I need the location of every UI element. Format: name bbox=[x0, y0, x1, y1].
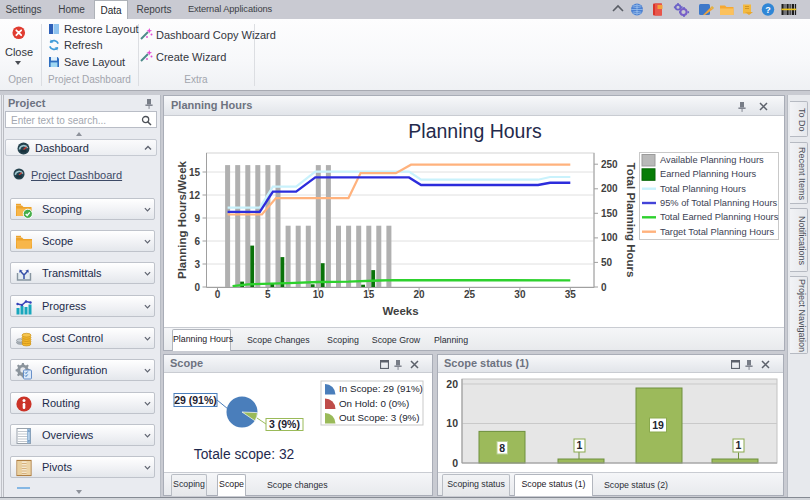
svg-text:Total Planning Hours: Total Planning Hours bbox=[625, 163, 637, 278]
svg-text:Out Scope: 3 (9%): Out Scope: 3 (9%) bbox=[339, 412, 420, 423]
svg-text:9: 9 bbox=[194, 213, 200, 224]
svg-text:250: 250 bbox=[601, 159, 618, 170]
svg-text:Available Planning Hours: Available Planning Hours bbox=[660, 155, 764, 165]
svg-text:8: 8 bbox=[499, 442, 505, 454]
svg-text:10: 10 bbox=[446, 417, 458, 429]
svg-text:25: 25 bbox=[464, 289, 476, 300]
svg-text:0: 0 bbox=[215, 289, 221, 300]
svg-text:30: 30 bbox=[514, 289, 526, 300]
svg-text:50: 50 bbox=[601, 257, 613, 268]
svg-text:Total Earned Planning Hours: Total Earned Planning Hours bbox=[660, 212, 779, 222]
svg-text:150: 150 bbox=[601, 208, 618, 219]
svg-text:15: 15 bbox=[189, 167, 201, 178]
svg-text:Target Total Planning Hours: Target Total Planning Hours bbox=[660, 227, 774, 237]
svg-text:5: 5 bbox=[265, 289, 271, 300]
svg-text:In Scope: 29 (91%): In Scope: 29 (91%) bbox=[339, 383, 423, 394]
svg-text:Earned Planning Hours: Earned Planning Hours bbox=[660, 169, 756, 179]
svg-text:29 (91%): 29 (91%) bbox=[174, 394, 217, 406]
svg-text:95% of Total Planning Hours: 95% of Total Planning Hours bbox=[660, 198, 777, 208]
svg-text:6: 6 bbox=[194, 236, 200, 247]
svg-text:19: 19 bbox=[652, 419, 664, 431]
svg-text:?: ? bbox=[765, 5, 771, 15]
svg-text:15: 15 bbox=[363, 289, 375, 300]
svg-text:200: 200 bbox=[601, 183, 618, 194]
svg-text:1: 1 bbox=[577, 439, 583, 451]
svg-text:On Hold: 0 (0%): On Hold: 0 (0%) bbox=[339, 398, 409, 409]
svg-text:3: 3 bbox=[194, 259, 200, 270]
svg-text:Planning Hours/Week: Planning Hours/Week bbox=[176, 160, 188, 279]
svg-text:10: 10 bbox=[313, 289, 325, 300]
svg-text:20: 20 bbox=[446, 378, 458, 390]
svg-text:100: 100 bbox=[601, 232, 618, 243]
svg-text:Totale scope: 32: Totale scope: 32 bbox=[194, 447, 294, 462]
svg-text:3 (9%): 3 (9%) bbox=[269, 418, 300, 430]
svg-text:0: 0 bbox=[194, 282, 200, 293]
svg-text:20: 20 bbox=[414, 289, 426, 300]
svg-text:1: 1 bbox=[736, 439, 742, 451]
svg-text:Planning Hours: Planning Hours bbox=[408, 120, 542, 142]
svg-text:Total Planning Hours: Total Planning Hours bbox=[660, 184, 746, 194]
svg-text:0: 0 bbox=[601, 282, 607, 293]
svg-text:12: 12 bbox=[189, 190, 201, 201]
svg-text:Weeks: Weeks bbox=[382, 305, 418, 317]
svg-text:0: 0 bbox=[452, 457, 458, 469]
svg-text:35: 35 bbox=[565, 289, 577, 300]
